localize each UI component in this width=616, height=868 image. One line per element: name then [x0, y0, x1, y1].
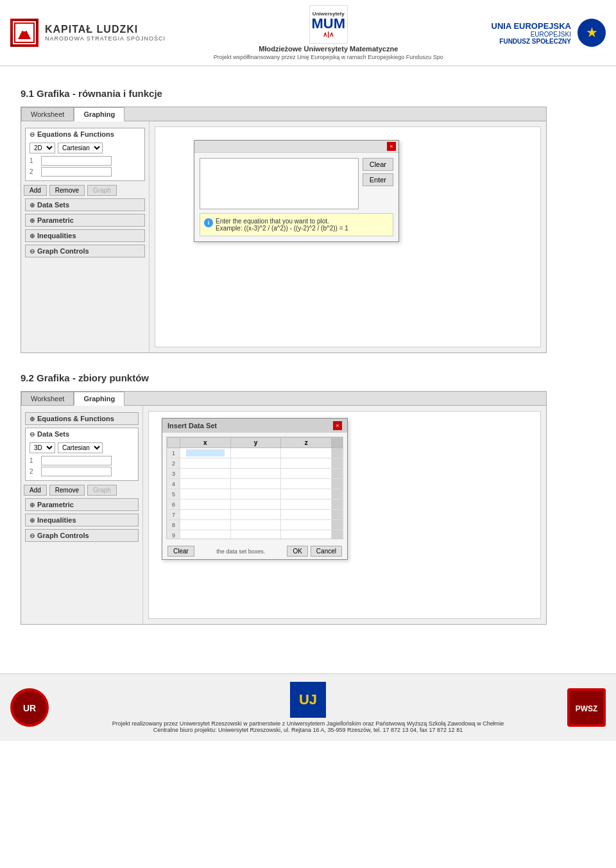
ue-sub2: FUNDUSZ SPOŁECZNY [492, 38, 571, 45]
sidebar-data-sets-1[interactable]: ⊕ Data Sets [25, 198, 145, 211]
data-cell-r1-c1[interactable] [236, 449, 275, 456]
remove-button-2[interactable]: Remove [49, 485, 85, 496]
sidebar-eq-header-2: ⊕ Equations & Functions [26, 413, 138, 424]
enter-button[interactable]: Enter [363, 173, 393, 186]
eq-input-2[interactable] [41, 167, 112, 177]
svg-point-3 [22, 26, 27, 31]
footer-logo-center: UJ [290, 682, 326, 718]
data-row-2: 2 [30, 467, 134, 476]
data-cell-r6-c2[interactable] [287, 501, 325, 508]
sidebar-data-sets-2[interactable]: ⊖ Data Sets 3D 2D Cartesian Polar [25, 428, 139, 481]
data-cell-r3-c2[interactable] [287, 470, 325, 477]
data-row-num-7: 7 [167, 510, 180, 520]
data-cell-r2-c1[interactable] [236, 460, 275, 467]
eq-input-1[interactable] [41, 156, 112, 166]
equation-textarea[interactable] [200, 158, 359, 209]
data-cell-r3-c1[interactable] [236, 470, 275, 477]
app-main-2: Insert Data Set × x y z [148, 411, 541, 619]
sidebar-inequalities-1[interactable]: ⊕ Inequalities [25, 229, 145, 242]
data-cell-r9-c0[interactable] [186, 532, 225, 539]
data-cell-r5-c2[interactable] [287, 490, 325, 498]
dialog-eq-area: Clear Enter [200, 158, 393, 209]
data-clear-button[interactable]: Clear [167, 546, 194, 557]
graph-button-2[interactable]: Graph [87, 485, 117, 496]
expand-icon-eq-2: ⊕ [30, 415, 35, 422]
data-cell-r7-c2[interactable] [287, 511, 325, 518]
data-input-1[interactable] [41, 456, 112, 465]
dim-select[interactable]: 2D 3D [30, 143, 55, 153]
hint-example: Example: ((x-3)^2 / (a^2)) - ((y-2)^2 / … [216, 225, 348, 232]
data-cell-r2-c2[interactable] [287, 460, 325, 467]
add-button-1[interactable]: Add [24, 185, 47, 196]
sidebar-eq-functions[interactable]: ⊖ Equations & Functions 2D 3D Cartesian … [25, 128, 145, 181]
expand-icon-eq: ⊖ [30, 131, 35, 138]
sidebar-parametric-1[interactable]: ⊕ Parametric [25, 214, 145, 227]
eq-functions-label-2: Equations & Functions [37, 415, 114, 422]
dialog-title-bar: × [194, 141, 398, 153]
remove-button-1[interactable]: Remove [49, 185, 85, 196]
app-window-1: Worksheet Graphing ⊖ Equations & Functio… [21, 107, 547, 353]
data-cell-r8-c2[interactable] [287, 521, 325, 528]
app-body-2: ⊕ Equations & Functions ⊖ Data Sets 3D [21, 406, 546, 624]
page-footer: UR UJ Projekt realizowany przez Uniwersy… [0, 673, 616, 741]
dim-select-2[interactable]: 3D 2D [30, 442, 55, 453]
sidebar-inequalities-2[interactable]: ⊕ Inequalities [25, 514, 139, 526]
graph-button-1[interactable]: Graph [87, 185, 117, 196]
data-dialog-title-label: Insert Data Set [167, 422, 217, 430]
scroll-col [332, 458, 343, 469]
tab-graphing-1[interactable]: Graphing [74, 107, 124, 121]
data-cell-r4-c2[interactable] [287, 480, 325, 487]
data-cell-r1-c0[interactable] [186, 449, 225, 456]
sidebar-parametric-header-2: ⊕ Parametric [26, 499, 138, 510]
scroll-col [332, 469, 343, 479]
data-cell-r1-c2[interactable] [287, 449, 325, 456]
equation-row-2: 2 [30, 167, 141, 177]
app-sidebar-2: ⊕ Equations & Functions ⊖ Data Sets 3D [21, 406, 143, 624]
data-sets-label-2: Data Sets [37, 430, 69, 438]
data-cell-r4-c0[interactable] [186, 480, 225, 487]
app-window-2: Worksheet Graphing ⊕ Equations & Functio… [21, 391, 547, 625]
ue-logo: ★ [578, 19, 606, 47]
data-table-row: 6 [167, 499, 343, 510]
coord-select-2[interactable]: Cartesian Polar [58, 442, 103, 453]
data-cell-r7-c1[interactable] [236, 511, 275, 518]
data-cell-r4-c1[interactable] [236, 480, 275, 487]
sidebar-eq-functions-2[interactable]: ⊕ Equations & Functions [25, 412, 139, 425]
data-cancel-button[interactable]: Cancel [311, 546, 342, 557]
data-dialog-close-button[interactable]: × [333, 421, 342, 430]
coord-select[interactable]: Cartesian Polar [58, 143, 103, 153]
mu-logo-main: MUM [311, 17, 345, 31]
dialog-buttons: Clear Enter [363, 158, 393, 209]
data-row-num-4: 4 [167, 479, 180, 489]
data-table-x-header: x [180, 438, 231, 448]
data-cell-r5-c1[interactable] [236, 490, 275, 498]
sidebar-parametric-2[interactable]: ⊕ Parametric [25, 498, 139, 511]
data-cell-r5-c0[interactable] [186, 490, 225, 498]
dim-select-row-2: 3D 2D Cartesian Polar [30, 442, 134, 453]
data-cell-r7-c0[interactable] [186, 511, 225, 518]
dialog-close-button[interactable]: × [387, 142, 396, 151]
data-cell-r8-c0[interactable] [186, 521, 225, 528]
data-cell-r8-c1[interactable] [236, 521, 275, 528]
sidebar-graph-controls-2[interactable]: ⊖ Graph Controls [25, 529, 139, 542]
clear-button[interactable]: Clear [363, 158, 393, 171]
data-input-2[interactable] [41, 467, 112, 476]
tab-graphing-2[interactable]: Graphing [74, 392, 124, 406]
kapital-ludzki-logo-box [10, 19, 38, 47]
expand-icon-ineq-2: ⊕ [30, 517, 35, 524]
data-table-row: 4 [167, 479, 343, 489]
add-button-2[interactable]: Add [24, 485, 47, 496]
data-cell-r2-c0[interactable] [186, 460, 225, 467]
sidebar-data-sets-header-1: ⊕ Data Sets [26, 199, 144, 211]
data-cell-r3-c0[interactable] [186, 470, 225, 477]
sidebar-graph-controls-1[interactable]: ⊖ Graph Controls [25, 245, 145, 257]
footer-logo-left: UR [10, 688, 49, 727]
data-hint-text: the data set boxes. [216, 548, 265, 555]
data-cell-r9-c1[interactable] [236, 532, 275, 539]
data-ok-button[interactable]: OK [287, 546, 307, 557]
data-cell-r9-c2[interactable] [287, 532, 325, 539]
data-cell-r6-c0[interactable] [186, 501, 225, 508]
tab-worksheet-1[interactable]: Worksheet [21, 107, 74, 121]
data-cell-r6-c1[interactable] [236, 501, 275, 508]
tab-worksheet-2[interactable]: Worksheet [21, 392, 74, 405]
